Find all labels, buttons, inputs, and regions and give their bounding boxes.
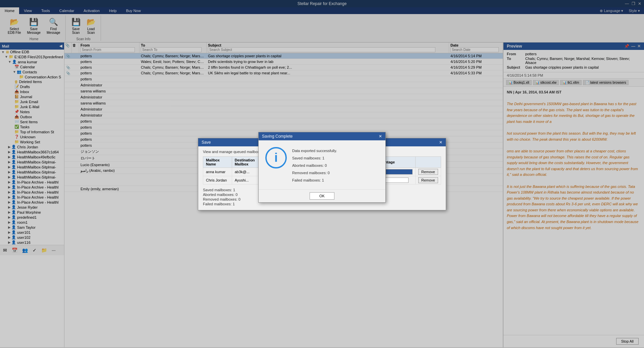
- sc-line-2: Saved mailboxes: 1: [292, 154, 337, 162]
- sc-line-1: Data exported successfully.: [292, 147, 337, 154]
- saving-complete-title: Saving Complete ✕: [259, 132, 385, 140]
- saving-complete-footer: OK: [259, 189, 385, 202]
- saving-complete-dialog: Saving Complete ✕ i Data exported succes…: [258, 132, 386, 203]
- ok-button[interactable]: OK: [310, 192, 334, 200]
- saving-complete-title-text: Saving Complete: [262, 134, 292, 139]
- info-circle-icon: i: [265, 147, 287, 168]
- saving-complete-close-icon[interactable]: ✕: [379, 134, 382, 139]
- saving-complete-body: i Data exported successfully. Saved mail…: [259, 140, 385, 189]
- saving-complete-overlay: Saving Complete ✕ i Data exported succes…: [0, 0, 644, 348]
- sc-line-3: Aborted mailboxes: 0: [292, 162, 337, 169]
- sc-line-5: Failed mailboxes: 1: [292, 177, 337, 184]
- sc-line-4: Removed mailboxes: 0: [292, 169, 337, 177]
- saving-complete-text: Data exported successfully. Saved mailbo…: [292, 147, 337, 184]
